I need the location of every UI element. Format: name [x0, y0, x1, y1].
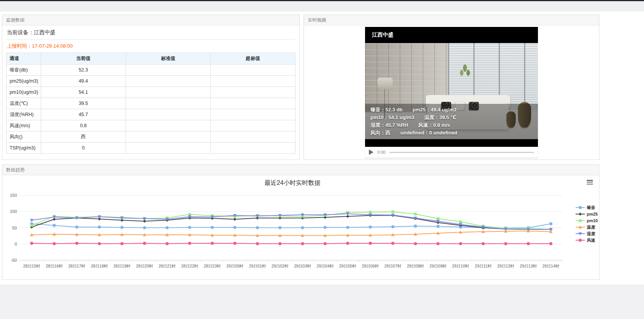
- device-name: 当前设备：江西中盛: [6, 25, 295, 40]
- column-header: 超标值: [211, 53, 295, 65]
- legend-label: 风速: [587, 238, 595, 243]
- svg-text:29日08时: 29日08时: [407, 264, 424, 268]
- top-strip: [0, 0, 644, 12]
- svg-text:29日03时: 29日03时: [294, 264, 311, 268]
- video-panel-header: 实时视频: [304, 15, 599, 25]
- table-row: 风速(m/s)0.8: [7, 120, 295, 131]
- svg-text:28日19时: 28日19时: [113, 264, 131, 268]
- monitor-panel: 监测数据 当前设备：江西中盛 上报时间：17-07-29 14:08:00 通道…: [2, 15, 300, 160]
- legend-item-风速[interactable]: 风速: [576, 238, 598, 243]
- svg-text:29日10时: 29日10时: [452, 264, 469, 268]
- svg-text:28日16时: 28日16时: [46, 264, 63, 268]
- cell-current: 39.5: [41, 98, 126, 109]
- video-panel-title: 实时视频: [308, 17, 326, 23]
- table-row: 湿度(%RH)45.7: [7, 109, 295, 120]
- table-row: pm25(ug/m3)49.4: [7, 76, 295, 87]
- svg-text:28日22时: 28日22时: [181, 264, 198, 268]
- legend-marker-icon: [576, 231, 585, 236]
- cell-standard: [126, 143, 211, 154]
- svg-text:29日01时: 29日01时: [249, 264, 266, 268]
- svg-text:29日09时: 29日09时: [430, 264, 447, 268]
- svg-text:29日07时: 29日07时: [384, 264, 402, 268]
- monitor-table: 通道当前值标准值超标值 噪音(db)52.3pm25(ug/m3)49.4pm1…: [6, 53, 295, 154]
- svg-text:29日12时: 29日12时: [497, 264, 515, 268]
- cell-standard: [126, 120, 211, 131]
- svg-text:28日15时: 28日15时: [23, 264, 40, 268]
- svg-text:0: 0: [15, 242, 17, 246]
- cell-standard: [126, 76, 211, 87]
- svg-text:-50: -50: [11, 258, 17, 263]
- legend-label: 湿度: [587, 231, 595, 236]
- svg-text:150: 150: [10, 193, 17, 198]
- dashboard: 监测数据 当前设备：江西中盛 上报时间：17-07-29 14:08:00 通道…: [0, 0, 644, 319]
- legend-label: 温度: [587, 225, 595, 229]
- cell-current: 49.4: [41, 76, 126, 87]
- cell-exceed: [211, 65, 295, 76]
- svg-text:28日21时: 28日21时: [159, 264, 176, 268]
- legend-label: pm10: [587, 218, 598, 223]
- video-wrap: 江西中盛: [365, 27, 538, 158]
- legend-item-噪音[interactable]: 噪音: [576, 205, 598, 210]
- svg-text:29日13时: 29日13时: [520, 264, 537, 268]
- svg-text:29日06时: 29日06时: [362, 264, 379, 268]
- video-player[interactable]: 江西中盛: [365, 27, 538, 147]
- monitor-panel-header: 监测数据: [2, 15, 299, 25]
- cell-channel: 噪音(db): [7, 65, 41, 76]
- legend-label: 噪音: [587, 205, 595, 210]
- table-row: TSP(ug/m3)0: [7, 143, 295, 154]
- svg-text:28日17时: 28日17时: [68, 264, 86, 268]
- cell-standard: [126, 65, 211, 76]
- cell-standard: [126, 98, 211, 109]
- cell-current: 54.1: [41, 87, 126, 98]
- cell-channel: 风向(): [7, 131, 41, 143]
- table-row: 温度(℃)39.5: [7, 98, 295, 109]
- monitor-panel-body: 当前设备：江西中盛 上报时间：17-07-29 14:08:00 通道当前值标准…: [2, 25, 299, 158]
- legend-marker-icon: [576, 212, 585, 216]
- chart-menu-icon[interactable]: [587, 180, 593, 184]
- overlay-line: 湿度：45.7 %RH 风速：0.8 m/s: [370, 121, 533, 129]
- svg-text:29日05时: 29日05时: [339, 264, 357, 268]
- legend-item-pm25[interactable]: pm25: [576, 212, 598, 216]
- chart-legend: 噪音pm25pm10温度湿度风速: [576, 205, 598, 243]
- video-overlay-title: 江西中盛: [372, 32, 393, 38]
- svg-text:29日04时: 29日04时: [317, 264, 334, 268]
- legend-item-温度[interactable]: 温度: [576, 225, 598, 229]
- cell-exceed: [211, 131, 295, 143]
- column-header: 标准值: [126, 53, 211, 65]
- menu-line: [587, 182, 593, 183]
- cell-standard: [126, 109, 211, 120]
- video-panel: 实时视频 江西中盛: [304, 15, 599, 160]
- column-header: 通道: [7, 53, 41, 65]
- cell-exceed: [211, 143, 295, 154]
- video-panel-body: 江西中盛: [304, 27, 599, 161]
- cell-channel: 风速(m/s): [7, 120, 41, 131]
- monitor-table-body: 噪音(db)52.3pm25(ug/m3)49.4pm10(ug/m3)54.1…: [7, 65, 295, 154]
- cell-standard: [126, 87, 211, 98]
- play-icon[interactable]: [369, 150, 374, 155]
- legend-item-湿度[interactable]: 湿度: [576, 231, 598, 236]
- legend-label: pm25: [587, 212, 598, 216]
- cell-standard: [126, 131, 211, 143]
- table-row: 噪音(db)52.3: [7, 65, 295, 76]
- svg-text:28日18时: 28日18时: [91, 264, 108, 268]
- legend-marker-icon: [576, 205, 585, 210]
- menu-line: [587, 184, 593, 185]
- chart-title: 最近24小时实时数据: [2, 179, 583, 187]
- cell-channel: TSP(ug/m3): [7, 143, 41, 154]
- cell-current: 西: [41, 131, 126, 143]
- video-time: 0:00: [377, 150, 385, 155]
- cell-exceed: [211, 76, 295, 87]
- cell-exceed: [211, 120, 295, 131]
- cell-current: 0: [41, 143, 126, 154]
- cell-exceed: [211, 98, 295, 109]
- legend-marker-icon: [576, 238, 585, 243]
- trend-panel-header: 数据趋势: [2, 165, 599, 175]
- video-progress-bar[interactable]: [389, 152, 534, 153]
- legend-marker-icon: [576, 218, 585, 223]
- svg-text:28日23时: 28日23时: [204, 264, 221, 268]
- svg-text:29日02时: 29日02时: [271, 264, 289, 268]
- report-time: 上报时间：17-07-29 14:08:00: [6, 40, 295, 52]
- cell-channel: pm25(ug/m3): [7, 76, 41, 87]
- svg-text:29日14时: 29日14时: [542, 264, 559, 268]
- legend-item-pm10[interactable]: pm10: [576, 218, 598, 223]
